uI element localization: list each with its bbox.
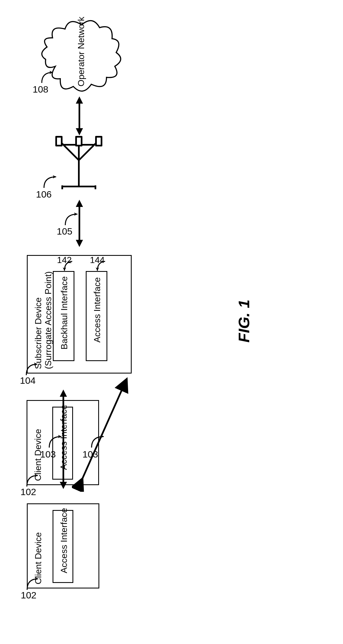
client-device-1-title: Client Device	[33, 532, 43, 584]
ref-103-b: 103	[82, 449, 98, 460]
arrow-tower-cloud	[79, 102, 80, 130]
backhaul-interface-label: Backhaul Interface	[59, 276, 69, 349]
ref-105: 105	[57, 226, 72, 237]
arrow-105-head-up	[76, 200, 83, 207]
subscriber-title-line2: (Surrogate Access Point)	[43, 271, 53, 369]
ref-102-client2: 102	[20, 487, 36, 497]
arrow-105	[79, 205, 80, 241]
ref-108: 108	[33, 84, 48, 95]
svg-rect-10	[76, 137, 82, 146]
arrow-103-a-head-up	[60, 390, 67, 397]
arrow-tower-cloud-head-down	[76, 128, 83, 135]
ref-103-a: 103	[40, 449, 56, 460]
ref-102-client1: 102	[21, 590, 37, 601]
cell-tower-icon	[47, 131, 111, 195]
arrow-103-b	[72, 376, 133, 492]
figure-caption: FIG. 1	[235, 299, 253, 343]
arrow-103-a	[63, 395, 64, 483]
svg-rect-8	[56, 137, 62, 146]
svg-rect-9	[96, 137, 102, 146]
operator-network-label: Operator Network	[76, 17, 86, 86]
ref-106: 106	[36, 189, 52, 200]
arrow-103-a-head-down	[60, 482, 67, 489]
ref-144: 144	[90, 255, 105, 265]
arrow-105-head-down	[76, 240, 83, 247]
svg-line-0	[80, 384, 124, 483]
subscriber-title-line1: Subscriber Device	[33, 297, 43, 369]
ref-142: 142	[57, 255, 72, 265]
access-interface-label: Access Interface	[92, 277, 102, 343]
client-device-1-inner-label: Access Interface	[59, 508, 69, 573]
ref-104: 104	[20, 375, 36, 386]
figure-1-canvas: Client Device Access Interface 102 Clien…	[0, 0, 343, 644]
